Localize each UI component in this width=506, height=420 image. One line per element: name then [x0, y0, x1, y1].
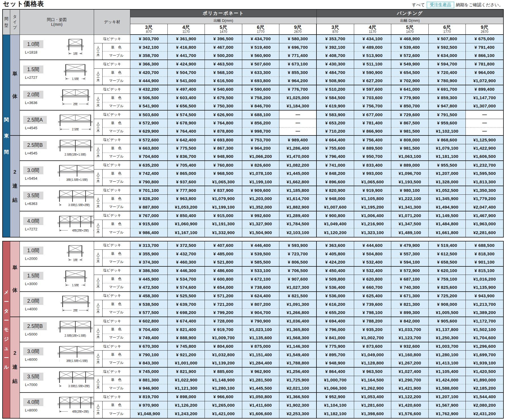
price-cell: ¥1,002,700 — [354, 334, 392, 342]
price-cell: ¥1,544,400 — [466, 393, 503, 401]
price-cell: ¥ 885,600 — [205, 368, 242, 376]
svg-text:2間: 2間 — [73, 309, 78, 312]
title-bar: セット価格表 すべて 受注生産品 納期をご確認ください。 — [0, 0, 506, 9]
price-cell: ¥1,725,900 — [279, 376, 317, 385]
deck-vinyl-label: 塩ビデッキ — [94, 241, 130, 250]
price-cell: ¥ 660,700 — [354, 283, 392, 292]
price-cell: ¥ 899,400 — [466, 85, 503, 94]
price-cell: ¥1,661,800 — [429, 228, 466, 237]
price-cell: ¥1,005,500 — [429, 309, 466, 317]
type-group-単体: 単体 — [10, 35, 20, 136]
price-cell: ¥ 679,500 — [205, 94, 242, 102]
table-body-kanto: 関東間単体2連結1.0間L=18181間塩ビデッキ人工木単 色マーブル¥ 303… — [3, 35, 503, 237]
price-cell: ¥1,066,200 — [242, 153, 280, 161]
price-cell: ¥ 948,900 — [317, 359, 354, 368]
price-table-kanto: 間型 タイプ 間口・姿図 L(mm) デッキ材 ポリカーボネート パンチング 出… — [2, 9, 504, 237]
price-cell: ¥1,398,600 — [354, 410, 392, 418]
price-cell: ¥1,576,600 — [391, 410, 429, 418]
price-cell: ¥ 386,500 — [130, 267, 168, 275]
price-cell: ¥1,104,100 — [317, 401, 354, 410]
header-col-poly-3尺: 3尺870 — [130, 24, 168, 35]
price-cell: ¥ 833,400 — [354, 161, 392, 169]
price-cell: ¥ 658,500 — [429, 258, 466, 267]
price-cell: ¥ 590,900 — [354, 69, 392, 77]
price-cell: ¥ 654,000 — [205, 283, 242, 292]
price-cell: ¥ 759,100 — [429, 275, 466, 283]
price-cell: ¥ 472,500 — [130, 283, 168, 292]
price-cell: ¥ 583,900 — [317, 111, 354, 119]
price-cell: ¥1,502,100 — [466, 325, 503, 334]
price-cell: ¥1,137,800 — [429, 325, 466, 334]
made-to-order-badge: 受注生産品 — [427, 2, 454, 8]
price-cell: ¥1,078,100 — [242, 169, 280, 178]
price-cell: ¥1,000,700 — [317, 376, 354, 385]
price-cell: ¥ 745,000 — [130, 368, 168, 376]
price-cell: ¥1,181,100 — [429, 153, 466, 161]
elevation-diagram: 4間(2間+2間) — [57, 215, 94, 234]
table-header: 間型 タイプ 間口・姿図 L(mm) デッキ材 ポリカーボネート パンチング 出… — [3, 10, 503, 35]
price-cell: ¥ 989,400 — [279, 136, 317, 144]
price-cell: ¥1,281,600 — [354, 401, 392, 410]
elevation-diagram: 2間 — [60, 295, 91, 313]
price-cell: ¥ 626,900 — [205, 111, 242, 119]
price-cell: ¥ 620,800 — [354, 275, 392, 283]
price-cell: ¥1,123,700 — [391, 334, 429, 342]
deck-vinyl-label: 塩ビデッキ — [94, 393, 130, 401]
length-label: L=6000 — [23, 357, 37, 362]
price-cell: ¥ 836,700 — [168, 153, 205, 161]
price-cell: ¥ 450,400 — [317, 267, 354, 275]
price-cell: ¥1,284,400 — [242, 359, 280, 368]
price-cell: ¥ 790,900 — [242, 317, 280, 326]
deck-vinyl-label: 塩ビデッキ — [94, 161, 130, 169]
price-cell: ¥1,001,000 — [168, 359, 205, 368]
price-cell: ¥1,207,000 — [429, 169, 466, 178]
deck-marble-label: マーブル — [103, 102, 130, 111]
deck-solid-label: 単 色 — [103, 169, 130, 178]
price-cell: ¥ 536,400 — [317, 283, 354, 292]
price-cell: ¥1,023,100 — [242, 325, 280, 334]
price-cell: ¥1,147,700 — [466, 94, 503, 102]
length-label: L=4000 — [23, 307, 37, 311]
svg-text:3間(1.5間+1.5間): 3間(1.5間+1.5間) — [66, 178, 88, 181]
price-cell: ¥ 568,100 — [205, 69, 242, 77]
price-cell: ¥ 594,100 — [391, 258, 429, 267]
price-cell: ¥ 532,400 — [354, 258, 392, 267]
deck-marble-label: マーブル — [103, 283, 130, 292]
price-cell: ¥2,431,200 — [466, 410, 503, 418]
price-cell: ¥1,049,400 — [317, 220, 354, 228]
price-cell: ¥ 935,200 — [354, 325, 392, 334]
price-cell: ¥ 574,600 — [168, 283, 205, 292]
price-cell: ¥1,567,900 — [429, 401, 466, 410]
price-cell: ¥1,328,000 — [429, 178, 466, 186]
price-cell: ¥1,266,800 — [279, 309, 317, 317]
price-cell: ¥1,366,500 — [279, 393, 317, 401]
price-cell: ¥1,027,400 — [391, 368, 429, 376]
price-cell: ¥1,890,000 — [466, 376, 503, 385]
price-cell: ¥ 430,300 — [317, 60, 354, 69]
deck-marble-label: マーブル — [103, 258, 130, 267]
price-cell: ¥1,105,800 — [354, 195, 392, 203]
price-cell: ¥ 509,800 — [317, 275, 354, 283]
price-cell: ¥ 691,700 — [429, 85, 466, 94]
deck-vinyl-label: 塩ビデッキ — [94, 368, 130, 376]
price-cell: ¥1,126,200 — [168, 401, 205, 410]
price-cell: ¥1,216,900 — [354, 220, 392, 228]
price-cell: ¥ 904,700 — [242, 309, 280, 317]
price-cell: ¥1,784,500 — [279, 220, 317, 228]
price-cell: ¥ 484,700 — [317, 69, 354, 77]
size-label: 3.5間 — [23, 373, 43, 381]
price-cell: ¥1,939,100 — [466, 359, 503, 368]
price-cell: ¥ 444,900 — [130, 77, 168, 85]
price-cell: ¥ 998,700 — [242, 128, 280, 136]
price-cell: ¥1,052,500 — [429, 186, 466, 195]
price-cell: ¥ 865,000 — [168, 169, 205, 178]
header-col-punch-5尺: 5尺1470 — [391, 24, 429, 35]
elevation-diagram: 2.5間 — [57, 114, 93, 132]
length-label: L=5454 — [23, 176, 37, 181]
price-cell: ¥ 875,000 — [242, 342, 280, 351]
price-cell: ¥1,146,300 — [279, 342, 317, 351]
price-cell: ¥ 504,700 — [168, 69, 205, 77]
price-cell: ¥1,082,200 — [279, 161, 317, 169]
price-cell: ¥1,347,500 — [391, 220, 429, 228]
size-label: 2.5間A — [23, 116, 47, 124]
